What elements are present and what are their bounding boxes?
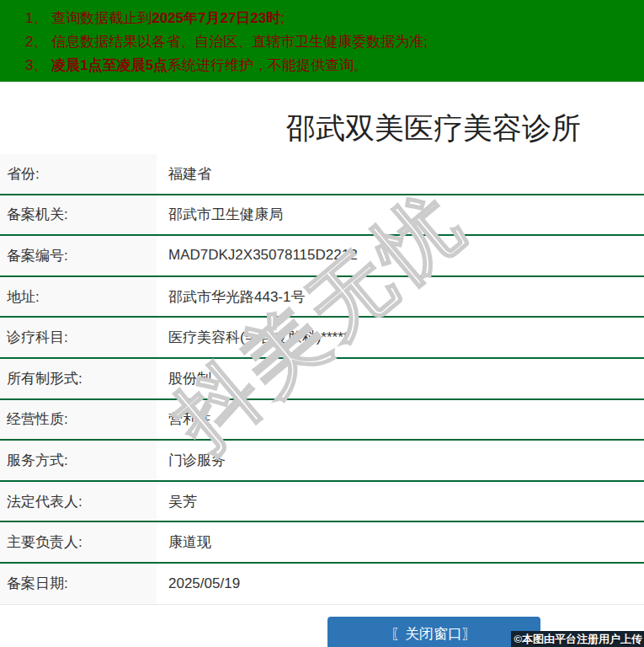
table-row-registration-authority: 备案机关: 邵武市卫生健康局 — [0, 195, 644, 237]
field-value: 营利性 — [157, 400, 644, 440]
clinic-info-table: 省份: 福建省 备案机关: 邵武市卫生健康局 备案编号: MAD7DKJ2X35… — [0, 154, 644, 605]
field-value: MAD7DKJ2X35078115D2212 — [157, 236, 644, 275]
notice-line-3-bold: 凌晨1点至凌晨5点 — [51, 57, 168, 73]
field-value: 邵武市卫生健康局 — [157, 195, 644, 235]
page-content: 邵武双美医疗美容诊所 省份: 福建省 备案机关: 邵武市卫生健康局 备案编号: … — [0, 110, 644, 647]
field-label: 省份: — [0, 154, 157, 194]
field-label: 备案编号: — [0, 236, 157, 275]
notice-line-3: 3、 凌晨1点至凌晨5点系统进行维护，不能提供查询。 — [25, 54, 636, 78]
field-value: 邵武市华光路443-1号 — [157, 277, 644, 317]
table-row-treatment-subjects: 诊疗科目: 医疗美容科(美容皮肤科)****** — [0, 318, 644, 359]
notice-line-1-tail: ; — [280, 10, 285, 26]
table-row-address: 地址: 邵武市华光路443-1号 — [0, 277, 644, 318]
field-label: 主要负责人: — [0, 522, 157, 562]
notice-line-3-tail: 系统进行维护，不能提供查询。 — [168, 57, 368, 73]
field-value: 2025/05/19 — [157, 564, 644, 604]
field-label: 备案日期: — [0, 564, 157, 604]
clinic-title: 邵武双美医疗美容诊所 — [0, 110, 644, 147]
field-label: 所有制形式: — [0, 359, 157, 398]
field-value: 门诊服务 — [157, 441, 644, 480]
table-row-registration-number: 备案编号: MAD7DKJ2X35078115D2212 — [0, 236, 644, 277]
notice-line-2: 2、 信息数据结果以各省、自治区、直辖市卫生健康委数据为准; — [25, 30, 636, 54]
copyright-badge: ©本图由平台注册用户上传 — [511, 631, 644, 647]
table-row-operating-nature: 经营性质: 营利性 — [0, 400, 644, 441]
notice-line-1-bold: 2025年7月27日23时 — [152, 10, 280, 26]
notice-line-1: 1、 查询数据截止到2025年7月27日23时; — [25, 7, 636, 30]
field-value: 股份制 — [157, 359, 644, 398]
table-row-registration-date: 备案日期: 2025/05/19 — [0, 564, 644, 605]
field-label: 诊疗科目: — [0, 318, 157, 357]
field-value: 福建省 — [157, 154, 644, 194]
field-value: 康道现 — [157, 522, 644, 562]
field-label: 备案机关: — [0, 195, 157, 235]
notice-line-1-text: 1、 查询数据截止到 — [25, 10, 152, 26]
field-label: 服务方式: — [0, 441, 157, 480]
field-label: 经营性质: — [0, 400, 157, 440]
table-row-legal-representative: 法定代表人: 吴芳 — [0, 482, 644, 523]
table-row-ownership-form: 所有制形式: 股份制 — [0, 359, 644, 400]
table-row-service-mode: 服务方式: 门诊服务 — [0, 441, 644, 482]
notice-line-3-text: 3、 — [25, 57, 51, 73]
table-row-main-person-in-charge: 主要负责人: 康道现 — [0, 522, 644, 564]
field-label: 法定代表人: — [0, 482, 157, 521]
table-row-province: 省份: 福建省 — [0, 154, 644, 195]
field-value: 吴芳 — [157, 482, 644, 521]
notice-line-2-text: 2、 信息数据结果以各省、自治区、直辖市卫生健康委数据为准; — [25, 34, 428, 50]
field-value: 医疗美容科(美容皮肤科)****** — [157, 318, 644, 357]
notice-banner: 1、 查询数据截止到2025年7月27日23时; 2、 信息数据结果以各省、自治… — [0, 0, 644, 82]
field-label: 地址: — [0, 277, 157, 317]
close-window-button[interactable]: 〖关闭窗口〗 — [327, 617, 540, 647]
